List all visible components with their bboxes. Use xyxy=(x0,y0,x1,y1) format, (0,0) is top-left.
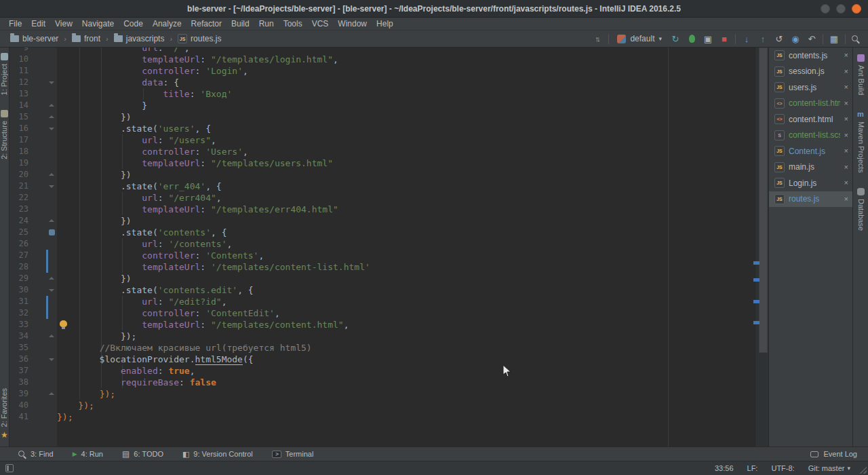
close-button[interactable] xyxy=(852,4,861,14)
close-tab-icon[interactable]: × xyxy=(844,164,848,171)
intention-bulb-icon[interactable] xyxy=(60,320,67,327)
menu-item-window[interactable]: Window xyxy=(333,18,372,29)
close-tab-icon[interactable]: × xyxy=(844,195,848,203)
error-stripe-mark[interactable] xyxy=(753,261,760,265)
toolwindow-button-todo[interactable]: ▤6: TODO xyxy=(122,449,163,459)
tool-stripe-button-1-project[interactable]: 1: Project xyxy=(0,53,9,95)
sort-icon[interactable]: ↑↓ xyxy=(592,33,603,45)
breadcrumb-item-ble-server[interactable]: ble-server xyxy=(8,33,60,44)
menu-item-view[interactable]: View xyxy=(50,18,77,29)
close-tab-icon[interactable]: × xyxy=(844,100,848,107)
bug-icon xyxy=(689,35,695,43)
breadcrumb-item-routes.js[interactable]: JSroutes.js xyxy=(176,33,223,44)
menu-item-vcs[interactable]: VCS xyxy=(307,18,334,29)
toolbar-separator xyxy=(735,34,736,44)
menu-item-help[interactable]: Help xyxy=(372,18,398,29)
fold-marker-icon[interactable] xyxy=(49,391,55,397)
error-stripe-mark[interactable] xyxy=(753,321,760,324)
editor-tab-content-list.html[interactable]: <>content-list.html× xyxy=(769,96,852,112)
editor-tab-main.js[interactable]: JSmain.js× xyxy=(769,159,852,176)
fold-marker-icon[interactable] xyxy=(49,172,55,178)
resize-grip[interactable] xyxy=(859,466,867,474)
editor[interactable]: url: "/", templateUrl: "/templates/login… xyxy=(57,48,755,446)
menu-item-refactor[interactable]: Refactor xyxy=(186,18,226,29)
close-tab-icon[interactable]: × xyxy=(844,68,848,75)
maximize-button[interactable] xyxy=(836,4,846,14)
toolwindow-button-find[interactable]: 3: Find xyxy=(18,450,54,459)
stop-icon[interactable]: ■ xyxy=(719,33,730,45)
error-stripe-mark[interactable] xyxy=(753,278,760,282)
editor-tab-routes.js[interactable]: JSroutes.js× xyxy=(769,191,852,208)
fold-marker-icon[interactable] xyxy=(49,218,55,224)
fold-marker-icon[interactable] xyxy=(49,287,55,293)
search-everywhere-icon[interactable] xyxy=(851,35,860,43)
line-number: 13 xyxy=(9,88,28,100)
editor-tab-Login.js[interactable]: JSLogin.js× xyxy=(769,175,852,191)
minimize-button[interactable] xyxy=(821,4,830,14)
code-line: }) xyxy=(57,169,755,180)
vcs-history-icon[interactable]: ↺ xyxy=(774,33,785,45)
event-log-button[interactable]: Event Log xyxy=(810,450,857,458)
editor-tab-session.js[interactable]: JSsession.js× xyxy=(769,64,852,80)
fold-marker-icon[interactable] xyxy=(49,183,55,189)
vcs-commit-icon[interactable]: ↑ xyxy=(757,33,768,45)
revert-icon[interactable]: ↶ xyxy=(806,33,817,45)
fold-marker-icon[interactable] xyxy=(49,114,55,120)
close-tab-icon[interactable]: × xyxy=(844,132,848,139)
encoding-widget[interactable]: UTF-8: xyxy=(771,464,794,472)
git-branch-widget[interactable]: Git: master ▾ xyxy=(808,464,850,472)
fold-marker-icon[interactable] xyxy=(49,79,55,86)
debug-icon[interactable] xyxy=(686,33,697,45)
close-tab-icon[interactable]: × xyxy=(844,83,848,91)
tool-stripe-button-maven-projects[interactable]: mMaven Projects xyxy=(856,110,865,173)
close-tab-icon[interactable]: × xyxy=(844,115,848,123)
breadcrumb-item-front[interactable]: front xyxy=(70,33,102,44)
menu-item-tools[interactable]: Tools xyxy=(279,18,307,29)
toolwindow-button-vcs[interactable]: ◧9: Version Control xyxy=(182,450,253,459)
error-stripe-mark[interactable] xyxy=(753,300,760,303)
toolwindow-button-terminal[interactable]: >Terminal xyxy=(272,450,314,458)
editor-tab-content-list.scss[interactable]: Scontent-list.scss× xyxy=(769,128,852,144)
line-number: 16 xyxy=(9,123,28,134)
editor-tab-contents.js[interactable]: JScontents.js× xyxy=(769,48,852,64)
tool-stripe-button-database[interactable]: Database xyxy=(856,188,865,231)
menu-item-code[interactable]: Code xyxy=(119,18,148,29)
fold-marker-icon[interactable] xyxy=(49,126,55,132)
menu-item-edit[interactable]: Edit xyxy=(26,18,50,29)
vcs-update-icon[interactable]: ↓ xyxy=(741,33,752,45)
fold-marker-icon[interactable] xyxy=(49,333,55,339)
toolwindow-button-run[interactable]: ▶4: Run xyxy=(73,450,103,458)
fold-marker-icon[interactable] xyxy=(49,356,55,362)
menu-item-build[interactable]: Build xyxy=(226,18,254,29)
menu-item-navigate[interactable]: Navigate xyxy=(77,18,119,29)
menu-item-file[interactable]: File xyxy=(4,18,26,29)
run-config-selector[interactable]: default ▾ xyxy=(614,33,665,44)
coverage-icon[interactable]: ▣ xyxy=(703,33,713,45)
code-line: templateUrl: "/templates/login.html", xyxy=(57,54,755,65)
caret-position[interactable]: 33:56 xyxy=(715,464,734,472)
editor-tab-users.js[interactable]: JSusers.js× xyxy=(769,79,852,96)
menu-item-run[interactable]: Run xyxy=(254,18,279,29)
menu-item-analyze[interactable]: Analyze xyxy=(148,18,186,29)
editor-layout-icon[interactable]: ▦ xyxy=(829,33,840,45)
code-line: }) xyxy=(57,273,755,284)
tool-stripe-button-2-favorites[interactable]: 2: Favorites★ xyxy=(0,388,9,440)
fold-marker-icon[interactable] xyxy=(49,102,55,109)
editor-scrollbar-area[interactable] xyxy=(755,48,768,446)
breadcrumb-item-javascripts[interactable]: javascripts xyxy=(112,33,167,44)
close-tab-icon[interactable]: × xyxy=(844,52,848,59)
line-separator-widget[interactable]: LF: xyxy=(747,464,758,472)
tool-stripe-button-ant-build[interactable]: Ant Build xyxy=(856,54,865,95)
close-tab-icon[interactable]: × xyxy=(844,147,848,155)
editor-tab-content.html[interactable]: <>content.html× xyxy=(769,111,852,128)
build-icon[interactable]: ↻ xyxy=(670,33,681,45)
close-tab-icon[interactable]: × xyxy=(844,179,848,187)
tool-stripe-button-2-structure[interactable]: 2: Structure xyxy=(0,110,9,159)
changes-icon[interactable]: ◉ xyxy=(790,33,801,45)
editor-tab-Content.js[interactable]: JSContent.js× xyxy=(769,143,852,159)
toolwindow-toggle-icon[interactable] xyxy=(5,464,14,472)
line-number: 17 xyxy=(9,134,28,146)
gutter-marker-icon[interactable] xyxy=(49,229,55,235)
scrollbar-thumb[interactable] xyxy=(759,48,768,353)
fold-marker-icon[interactable] xyxy=(49,276,55,282)
